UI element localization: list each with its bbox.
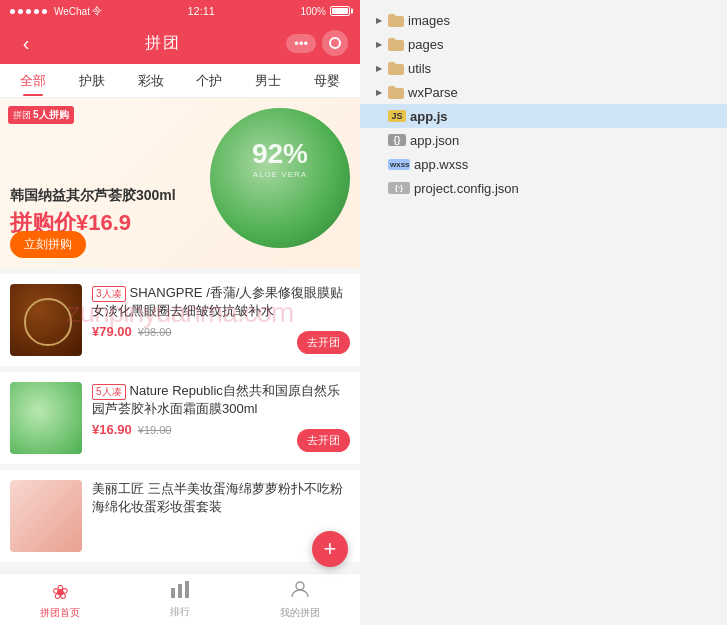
hero-badge-text: 拼团	[13, 109, 31, 122]
status-time: 12:11	[187, 5, 215, 17]
status-signal: WeChat 令	[10, 4, 102, 18]
nav-bar: ‹ 拼团 •••	[0, 22, 360, 64]
file-appjson-label: app.json	[410, 133, 459, 148]
home-label: 拼团首页	[40, 606, 80, 620]
file-projectconfig[interactable]: ▶ {·} project.config.json	[360, 176, 727, 200]
folder-icon-utils	[388, 60, 404, 76]
product-name-3: 美丽工匠 三点半美妆蛋海绵萝萝粉扑不吃粉海绵化妆蛋彩妆蛋套装	[92, 480, 350, 516]
my-group-label: 我的拼团	[280, 606, 320, 620]
nav-my-group[interactable]: 我的拼团	[240, 574, 360, 625]
battery-pct: 100%	[300, 6, 326, 17]
folder-wxparse-label: wxParse	[408, 85, 458, 100]
svg-rect-0	[171, 588, 175, 598]
hero-badge: 拼团 5人拼购	[8, 106, 74, 124]
fab-button[interactable]: +	[312, 531, 348, 567]
signal-icon: 令	[92, 4, 102, 18]
folder-utils[interactable]: ▶ utils	[360, 56, 727, 80]
more-button[interactable]: •••	[286, 34, 316, 53]
profile-icon	[290, 579, 310, 604]
cat-men[interactable]: 男士	[239, 66, 298, 96]
product-name-2: 5人凑Nature Republic自然共和国原自然乐园芦荟胶补水面霜面膜300…	[92, 382, 350, 418]
product-info-3: 美丽工匠 三点半美妆蛋海绵萝萝粉扑不吃粉海绵化妆蛋彩妆蛋套装	[92, 480, 350, 520]
category-tabs: 全部 护肤 彩妆 个护 男士 母婴	[0, 64, 360, 98]
product-thumb-1	[10, 284, 82, 356]
cat-makeup[interactable]: 彩妆	[121, 66, 180, 96]
file-tree: ▶ images ▶ pages ▶ utils ▶ wxPars	[360, 8, 727, 200]
config-badge-project: {·}	[388, 182, 410, 194]
product-name-1: 3人凑SHANGPRE /香蒲/人参果修復眼膜贴女淡化黑眼圈去细皱纹抗皱补水	[92, 284, 350, 320]
file-appjs-label: app.js	[410, 109, 448, 124]
folder-pages[interactable]: ▶ pages	[360, 32, 727, 56]
folder-icon-pages	[388, 36, 404, 52]
hero-banner: 拼团 5人拼购 韩国纳益其尔芦荟胶300ml 拼购价¥16.9 立刻拼购	[0, 98, 360, 268]
product-item-1: 3人凑SHANGPRE /香蒲/人参果修復眼膜贴女淡化黑眼圈去细皱纹抗皱补水 ¥…	[0, 274, 360, 366]
hero-group-size: 5人拼购	[33, 108, 69, 122]
battery-icon	[330, 6, 350, 16]
folder-images[interactable]: ▶ images	[360, 8, 727, 32]
status-battery: 100%	[300, 6, 350, 17]
hero-buy-button[interactable]: 立刻拼购	[10, 231, 86, 258]
phone-panel: WeChat 令 12:11 100% ‹ 拼团 ••• 全部 护肤 彩妆 个护…	[0, 0, 360, 625]
cat-personal[interactable]: 个护	[180, 66, 239, 96]
arrow-wxparse: ▶	[376, 88, 382, 97]
hero-title: 韩国纳益其尔芦荟胶300ml	[10, 186, 176, 206]
status-bar: WeChat 令 12:11 100%	[0, 0, 360, 22]
nav-rank[interactable]: 排行	[120, 574, 240, 625]
file-appwxss[interactable]: ▶ wxss app.wxss	[360, 152, 727, 176]
folder-icon-wxparse	[388, 84, 404, 100]
group-tag-1: 3人凑	[92, 286, 126, 302]
product-item-3: 美丽工匠 三点半美妆蛋海绵萝萝粉扑不吃粉海绵化妆蛋彩妆蛋套装	[0, 470, 360, 562]
price-original-1: ¥98.00	[138, 326, 172, 338]
svg-rect-1	[178, 584, 182, 598]
rank-icon	[170, 580, 190, 603]
arrow-pages: ▶	[376, 40, 382, 49]
file-projectconfig-label: project.config.json	[414, 181, 519, 196]
record-button[interactable]	[322, 30, 348, 56]
svg-point-3	[296, 582, 304, 590]
file-appwxss-label: app.wxss	[414, 157, 468, 172]
rank-label: 排行	[170, 605, 190, 619]
go-group-btn-1[interactable]: 去开团	[297, 331, 350, 354]
file-panel: ▶ images ▶ pages ▶ utils ▶ wxPars	[360, 0, 727, 625]
back-button[interactable]: ‹	[12, 32, 40, 55]
wxss-badge-appwxss: wxss	[388, 159, 410, 170]
dots-label: •••	[294, 36, 308, 51]
scroll-content[interactable]: 拼团 5人拼购 韩国纳益其尔芦荟胶300ml 拼购价¥16.9 立刻拼购 3人凑…	[0, 98, 360, 573]
product-thumb-3	[10, 480, 82, 552]
json-badge-appjson: {}	[388, 134, 406, 146]
bottom-nav: ❀ 拼团首页 排行 我的拼团	[0, 573, 360, 625]
cat-skincare[interactable]: 护肤	[63, 66, 122, 96]
cat-all[interactable]: 全部	[4, 66, 63, 96]
file-appjson[interactable]: ▶ {} app.json	[360, 128, 727, 152]
folder-pages-label: pages	[408, 37, 443, 52]
folder-icon-images	[388, 12, 404, 28]
aloe-image	[210, 108, 350, 248]
arrow-utils: ▶	[376, 64, 382, 73]
nav-title: 拼团	[145, 33, 181, 54]
hero-product-image	[210, 108, 350, 258]
price-current-2: ¥16.90	[92, 422, 132, 437]
nav-home[interactable]: ❀ 拼团首页	[0, 574, 120, 625]
folder-images-label: images	[408, 13, 450, 28]
nav-actions: •••	[286, 30, 348, 56]
price-original-2: ¥19.00	[138, 424, 172, 436]
file-appjs[interactable]: ▶ JS app.js	[360, 104, 727, 128]
folder-utils-label: utils	[408, 61, 431, 76]
wechat-label: WeChat	[54, 6, 90, 17]
go-group-btn-2[interactable]: 去开团	[297, 429, 350, 452]
cat-baby[interactable]: 母婴	[297, 66, 356, 96]
group-tag-2: 5人凑	[92, 384, 126, 400]
price-current-1: ¥79.00	[92, 324, 132, 339]
hero-price-value: 16.9	[88, 210, 131, 235]
arrow-images: ▶	[376, 16, 382, 25]
svg-rect-2	[185, 581, 189, 598]
product-item-2: 5人凑Nature Republic自然共和国原自然乐园芦荟胶补水面霜面膜300…	[0, 372, 360, 464]
product-thumb-2	[10, 382, 82, 454]
folder-wxparse[interactable]: ▶ wxParse	[360, 80, 727, 104]
js-badge-appjs: JS	[388, 110, 406, 122]
home-icon: ❀	[52, 580, 69, 604]
record-icon	[329, 37, 341, 49]
